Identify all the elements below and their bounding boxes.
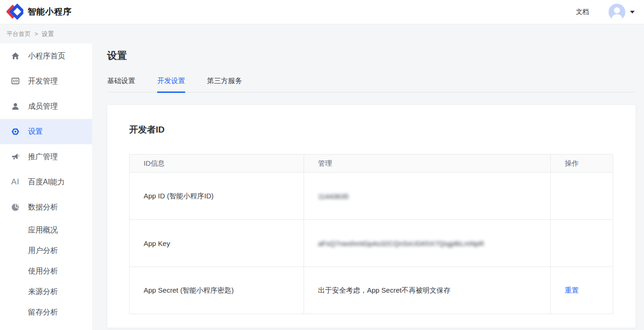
card-heading: 开发者ID [129, 124, 614, 136]
member-icon [11, 102, 20, 111]
sidebar-subitem-usage-analysis[interactable]: 使用分析 [0, 261, 92, 281]
column-header-id-info: ID信息 [130, 154, 304, 173]
column-header-action: 操作 [551, 154, 613, 173]
pie-chart-icon [11, 203, 20, 211]
home-icon [11, 52, 20, 60]
row-label: App ID (智能小程序ID) [130, 173, 304, 220]
brand[interactable]: 智能小程序 [7, 4, 72, 20]
developer-id-table: ID信息 管理 操作 App ID (智能小程序ID) 11443635 App… [129, 154, 613, 314]
table-header-row: ID信息 管理 操作 [130, 154, 613, 173]
sidebar-item-members[interactable]: 成员管理 [0, 94, 92, 119]
settings-icon [11, 127, 20, 136]
sidebar-item-label: 数据分析 [28, 203, 58, 212]
sidebar-item-label: 百度AI能力 [28, 177, 65, 187]
sidebar-item-promotion[interactable]: 推广管理 [0, 144, 92, 169]
user-silhouette-icon [609, 4, 625, 21]
sidebar-item-label: 推广管理 [28, 152, 58, 162]
sidebar-subitem-label: 用户分析 [28, 246, 58, 256]
app-id-value-redacted: 11443635 [318, 192, 349, 200]
account-dropdown-caret-icon[interactable] [630, 11, 635, 14]
tab-third-party-services[interactable]: 第三方服务 [207, 77, 242, 93]
page-title: 设置 [107, 49, 636, 62]
developer-id-card: 开发者ID ID信息 管理 操作 App ID (智能小程序ID) 114436… [107, 105, 636, 328]
sidebar-item-baidu-ai[interactable]: AI 百度AI能力 [0, 169, 92, 195]
breadcrumb-current: 设置 [42, 30, 54, 38]
sidebar-subitem-label: 来源分析 [28, 287, 58, 297]
sidebar-item-settings[interactable]: 设置 [0, 119, 92, 144]
app-secret-notice: 出于安全考虑，App Secret不再被明文保存 [304, 267, 551, 314]
sidebar-subitem-label: 留存分析 [28, 308, 58, 317]
code-icon [11, 77, 20, 85]
column-header-management: 管理 [304, 154, 551, 173]
sidebar-item-label: 小程序首页 [28, 51, 65, 61]
tab-dev-settings[interactable]: 开发设置 [157, 77, 185, 93]
top-header: 智能小程序 文档 [0, 0, 644, 24]
brand-title: 智能小程序 [28, 6, 72, 17]
sidebar-subitem-app-overview[interactable]: 应用概况 [0, 220, 92, 240]
sidebar-item-home[interactable]: 小程序首页 [0, 43, 92, 69]
sidebar-item-label: 开发管理 [28, 77, 58, 86]
docs-link[interactable]: 文档 [576, 8, 589, 16]
sidebar-subitem-label: 使用分析 [28, 267, 58, 276]
tab-basic-settings[interactable]: 基础设置 [107, 77, 135, 93]
smart-program-logo-icon [7, 4, 23, 20]
action-cell-empty [551, 220, 613, 267]
sidebar-item-label: 设置 [28, 127, 43, 137]
table-row-app-key: App Key aFsQ7nwshmtGpAs32CQnSxUGKhX7Qsgj… [130, 220, 613, 267]
action-cell-empty [551, 173, 613, 220]
app-key-value-redacted: aFsQ7nwshmtGpAs32CQnSxUGKhX7Qsgj4kLmNpR [318, 239, 484, 247]
megaphone-icon [11, 153, 20, 161]
sidebar-subitem-source-analysis[interactable]: 来源分析 [0, 281, 92, 302]
breadcrumb-home[interactable]: 平台首页 [7, 30, 31, 38]
row-label: App Key [130, 220, 304, 267]
sidebar-subitem-retention-analysis[interactable]: 留存分析 [0, 302, 92, 323]
reset-button[interactable]: 重置 [565, 286, 579, 294]
sidebar-item-dev-management[interactable]: 开发管理 [0, 69, 92, 94]
sidebar-subitem-user-analysis[interactable]: 用户分析 [0, 240, 92, 261]
row-label: App Secret (智能小程序密匙) [130, 267, 304, 314]
avatar[interactable] [609, 4, 625, 21]
ai-icon: AI [11, 178, 20, 186]
table-row-app-id: App ID (智能小程序ID) 11443635 [130, 173, 613, 220]
tab-bar: 基础设置 开发设置 第三方服务 [107, 77, 636, 92]
breadcrumb-separator: > [35, 30, 38, 37]
sidebar: 小程序首页 开发管理 成员管理 设置 [0, 43, 92, 330]
sidebar-subitem-label: 应用概况 [28, 225, 58, 235]
main-content: 设置 基础设置 开发设置 第三方服务 开发者ID ID信息 管理 操作 App … [92, 43, 644, 330]
sidebar-item-label: 成员管理 [28, 102, 58, 112]
breadcrumb: 平台首页 > 设置 [0, 24, 644, 43]
sidebar-item-data-analysis[interactable]: 数据分析 [0, 195, 92, 220]
table-row-app-secret: App Secret (智能小程序密匙) 出于安全考虑，App Secret不再… [130, 267, 613, 314]
